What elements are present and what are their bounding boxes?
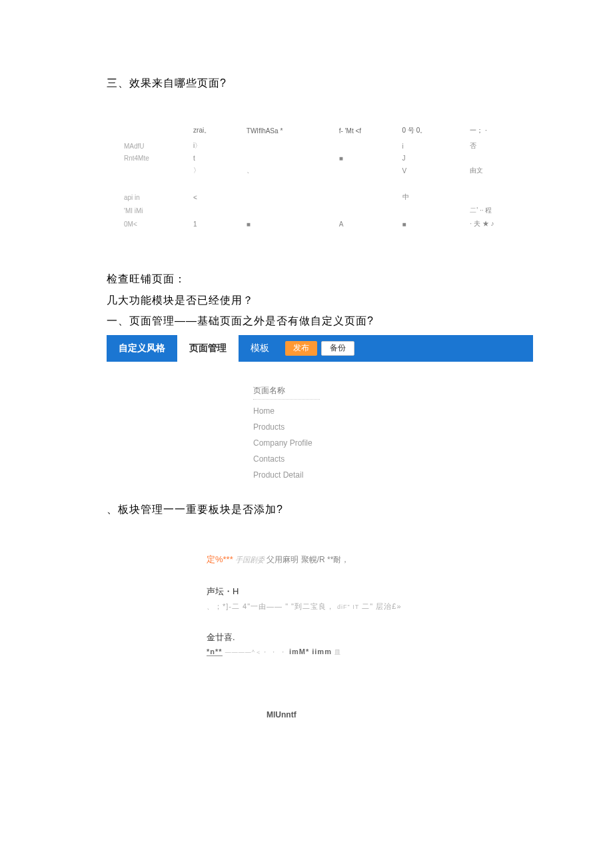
list-item[interactable]: Product Detail xyxy=(253,470,533,480)
check-line-3: 一、页面管理——基础页面之外是否有做自定义页面? xyxy=(107,312,533,330)
cell xyxy=(189,204,243,217)
garbled-mid: ————^＜・ ・ ・ xyxy=(225,649,287,655)
module-garbled-2: *n** ————^＜・ ・ ・ imM* iimm 皿 xyxy=(207,648,433,657)
backup-button[interactable]: 备份 xyxy=(321,341,354,356)
cell: A xyxy=(335,217,398,230)
list-item[interactable]: Contacts xyxy=(253,454,533,464)
th-3: f- 'Mt <f xyxy=(335,124,398,139)
cell: 〉 xyxy=(189,164,243,177)
cell xyxy=(335,204,398,217)
cell: 中 xyxy=(398,191,466,204)
table-row: 'MI iMi 二' ·· 程 xyxy=(120,204,533,217)
list-item[interactable]: Home xyxy=(253,406,533,416)
cell: 由文 xyxy=(466,164,533,177)
document-content: 三、效果来自哪些页面? zrai。 TWIflhASa * f- 'Mt <f … xyxy=(0,77,613,719)
cell xyxy=(243,177,335,191)
list-item[interactable]: Products xyxy=(253,422,533,432)
table-row xyxy=(120,177,533,191)
check-line-2: 几大功能模块是否已经使用？ xyxy=(107,292,533,309)
cell: ■ xyxy=(243,217,335,230)
cell: 否 xyxy=(466,139,533,153)
cell: i xyxy=(398,139,466,153)
cell xyxy=(335,177,398,191)
table-row: api in < 中 xyxy=(120,191,533,204)
tabbar-wrap: 自定义风格 页面管理 模板 发布 备份 xyxy=(107,335,533,362)
cell: i〉 xyxy=(189,139,243,153)
cell: api in xyxy=(120,191,189,204)
th-5: 一； · xyxy=(466,124,533,139)
table-row: 0M< 1 ■ A ■ · 夫 ★ ♪ xyxy=(120,217,533,230)
cell xyxy=(243,204,335,217)
cell: 0M< xyxy=(120,217,189,230)
garbled-end: 皿 xyxy=(334,649,341,655)
cell xyxy=(120,164,189,177)
garbled-bold: imM* iimm xyxy=(289,648,332,655)
module-garbled-1: 、；*]-二 4"一由—— " "到二宝良， diF" IT 二" 层治£» xyxy=(207,602,433,612)
cell xyxy=(398,177,466,191)
cell: ■ xyxy=(335,153,398,164)
list-item[interactable]: Company Profile xyxy=(253,438,533,448)
module-management-heading: 、板块管理一一重要板块是否添加? xyxy=(107,503,533,517)
garbled-small: diF" IT xyxy=(337,604,359,610)
module-orange-text: 定%*** xyxy=(207,554,233,564)
garbled-text: 二" 层治£» xyxy=(362,602,401,610)
stats-table: zrai。 TWIflhASa * f- 'Mt <f 0 号 0。 一； · … xyxy=(120,124,533,230)
tab-page-management[interactable]: 页面管理 xyxy=(177,335,239,362)
cell: Rnt4Mte xyxy=(120,153,189,164)
module-subtitle-1: 声坛・H xyxy=(207,586,433,598)
th-0 xyxy=(120,124,189,139)
tab-module[interactable]: 模板 xyxy=(239,335,281,362)
tab-custom-style[interactable]: 自定义风格 xyxy=(107,335,177,362)
cell: 、 xyxy=(243,164,335,177)
cell xyxy=(335,139,398,153)
cell xyxy=(243,153,335,164)
table-header-row: zrai。 TWIflhASa * f- 'Mt <f 0 号 0。 一； · xyxy=(120,124,533,139)
cell xyxy=(466,177,533,191)
page-name-list: 页面名称 Home Products Company Profile Conta… xyxy=(253,385,533,480)
cell: < xyxy=(189,191,243,204)
cell: J xyxy=(398,153,466,164)
cell: MAdfU xyxy=(120,139,189,153)
module-subtitle-2: 金廿喜. xyxy=(207,632,433,644)
cell xyxy=(120,177,189,191)
cell xyxy=(189,177,243,191)
cell xyxy=(335,164,398,177)
cell xyxy=(335,191,398,204)
module-line-1: 定%*** 手国剧委 父用麻明 聚幌/R **耐， xyxy=(207,554,433,566)
table-row: MAdfU i〉 i 否 xyxy=(120,139,533,153)
module-section: 定%*** 手国剧委 父用麻明 聚幌/R **耐， 声坛・H 、；*]-二 4"… xyxy=(207,554,433,719)
page-list-header: 页面名称 xyxy=(253,385,320,400)
tabbar: 自定义风格 页面管理 模板 发布 备份 xyxy=(107,335,533,362)
cell: 二' ·· 程 xyxy=(466,204,533,217)
cell: V xyxy=(398,164,466,177)
garbled-underlined: *n** xyxy=(207,648,223,656)
module-italic-text: 手国剧委 xyxy=(235,556,265,564)
cell xyxy=(466,153,533,164)
table-row: 〉 、 V 由文 xyxy=(120,164,533,177)
cell: 1 xyxy=(189,217,243,230)
th-4: 0 号 0。 xyxy=(398,124,466,139)
garbled-text: 、；*]-二 4"一由—— " "到二宝良， xyxy=(207,602,334,610)
th-1: zrai。 xyxy=(189,124,243,139)
cell: t xyxy=(189,153,243,164)
cell xyxy=(243,191,335,204)
cell: · 夫 ★ ♪ xyxy=(466,217,533,230)
publish-button[interactable]: 发布 xyxy=(285,341,317,356)
cell xyxy=(466,191,533,204)
table-row: Rnt4Mte t ■ J xyxy=(120,153,533,164)
check-line-1: 检查旺铺页面： xyxy=(107,270,533,288)
cell: ■ xyxy=(398,217,466,230)
data-table-wrap: zrai。 TWIflhASa * f- 'Mt <f 0 号 0。 一； · … xyxy=(120,124,533,230)
cell: 'MI iMi xyxy=(120,204,189,217)
cell xyxy=(243,139,335,153)
module-rest-text: 父用麻明 聚幌/R **耐， xyxy=(267,555,349,564)
cell xyxy=(398,204,466,217)
th-2: TWIflhASa * xyxy=(243,124,335,139)
check-text-block: 检查旺铺页面： 几大功能模块是否已经使用？ 一、页面管理——基础页面之外是否有做… xyxy=(107,270,533,330)
heading-section-3: 三、效果来自哪些页面? xyxy=(107,77,533,91)
module-bottom-text: MlUnntf xyxy=(267,710,433,719)
